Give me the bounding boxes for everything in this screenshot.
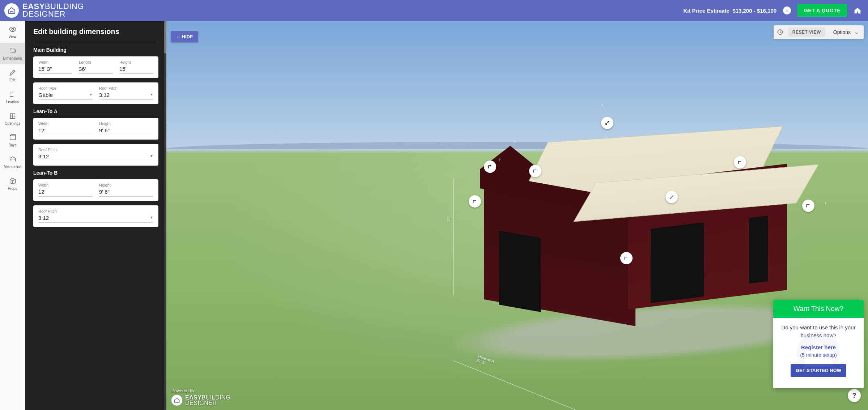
svg-point-0 <box>12 28 14 30</box>
drag-hint-icon: ˄ <box>601 104 604 110</box>
leanto-a-dims-card: Width 12' Height 9' 6" <box>33 118 158 140</box>
leanto-b-dims-card: Width 12' Height 9' 6" <box>33 179 158 201</box>
pencil-icon <box>9 69 17 77</box>
resize-handle-corner[interactable] <box>802 200 814 212</box>
main-area: View Dimensions Edit Leantos Openings Ba… <box>0 21 868 410</box>
section-main-building: Main Building <box>33 47 158 53</box>
rail-mezzanine[interactable]: Mezzanine <box>0 151 25 173</box>
mezzanine-icon <box>9 155 17 163</box>
rail-leantos[interactable]: Leantos <box>0 86 25 108</box>
bays-icon <box>9 134 17 142</box>
diagonal-arrow-icon <box>604 120 610 126</box>
diagonal-arrow-icon <box>668 194 675 200</box>
main-building-dims-card: Width 15' 3" Length 36' Height 15' <box>33 56 158 78</box>
watermark-icon <box>773 318 864 389</box>
leanto-a-height-field[interactable]: Height 9' 6" <box>99 121 153 135</box>
3d-viewport[interactable]: ← HIDE RESET VIEW Options 15' E <box>166 21 868 410</box>
corner-arrow-icon <box>532 168 539 174</box>
history-icon[interactable] <box>776 29 784 36</box>
rail-openings[interactable]: Openings <box>0 108 25 129</box>
cube-icon <box>9 177 17 185</box>
price-estimate: Kit Price Estimate $13,200 - $16,100 <box>683 8 776 14</box>
brand-logo-icon <box>171 395 182 406</box>
tool-rail: View Dimensions Edit Leantos Openings Ba… <box>0 21 25 410</box>
corner-arrow-icon <box>487 163 493 170</box>
resize-handle-corner[interactable] <box>529 165 541 177</box>
leanto-b-width-field[interactable]: Width 12' <box>38 183 93 197</box>
leanto-b-roof-card: Roof Pitch 3:12 <box>33 205 158 227</box>
svg-rect-3 <box>10 136 15 140</box>
resize-handle-diagonal[interactable] <box>601 117 613 129</box>
section-lean-to-a: Lean-To A <box>33 108 158 114</box>
leanto-icon <box>9 90 17 98</box>
promo-card: Want This Now? Do you want to use this i… <box>773 300 864 389</box>
section-lean-to-b: Lean-To B <box>33 170 158 176</box>
roof-pitch-select[interactable]: Roof Pitch 3:12 <box>99 86 153 100</box>
brand-logo-icon <box>4 3 19 18</box>
leanto-a-roof-card: Roof Pitch 3:12 <box>33 144 158 166</box>
options-dropdown[interactable]: Options <box>830 28 861 37</box>
rail-edit[interactable]: Edit <box>0 64 25 86</box>
height-dim-line <box>454 178 454 295</box>
rail-props[interactable]: Props <box>0 173 25 195</box>
eye-icon <box>9 25 17 33</box>
walk-door <box>749 216 768 283</box>
roof-type-select[interactable]: Roof Type Gable <box>38 86 93 100</box>
panel-title: Edit building dimensions <box>33 27 158 36</box>
garage-door-right <box>651 222 704 303</box>
main-building-roof-card: Roof Type Gable Roof Pitch 3:12 <box>33 82 158 104</box>
view-controls-bar: RESET VIEW Options <box>774 25 864 39</box>
corner-arrow-icon <box>623 255 630 261</box>
info-icon[interactable]: i <box>783 7 791 14</box>
leanto-b-pitch-select[interactable]: Roof Pitch 3:12 <box>38 209 153 223</box>
drag-hint-icon: › <box>499 156 501 162</box>
dimensions-icon <box>9 47 17 55</box>
drag-hint-icon: ‹ <box>514 138 516 144</box>
leanto-b-height-field[interactable]: Height 9' 6" <box>99 183 153 197</box>
powered-by: Powered by EASYBUILDINGDESIGNER <box>171 388 230 406</box>
main-height-field[interactable]: Height 15' <box>119 60 153 74</box>
window-icon <box>9 112 17 120</box>
corner-arrow-icon <box>472 198 478 205</box>
resize-handle-corner[interactable] <box>469 195 481 208</box>
brand-text: EASYBUILDING DESIGNER <box>22 3 84 18</box>
brand-logo: EASYBUILDING DESIGNER <box>4 3 84 18</box>
help-button[interactable]: ? <box>848 389 861 402</box>
garage-door-left <box>499 231 541 312</box>
home-icon[interactable] <box>854 7 861 14</box>
promo-title: Want This Now? <box>773 300 864 318</box>
divider <box>33 41 158 41</box>
rail-view[interactable]: View <box>0 21 25 43</box>
house-icon <box>7 6 16 15</box>
corner-arrow-icon <box>805 202 812 209</box>
leanto-a-width-field[interactable]: Width 12' <box>38 121 93 135</box>
edit-panel: Edit building dimensions Main Building W… <box>25 21 166 410</box>
rail-bays[interactable]: Bays <box>0 129 25 151</box>
leanto-a-pitch-select[interactable]: Roof Pitch 3:12 <box>38 148 153 161</box>
main-width-field[interactable]: Width 15' 3" <box>38 60 72 74</box>
corner-arrow-icon <box>737 159 743 166</box>
hide-panel-button[interactable]: ← HIDE <box>171 31 198 42</box>
app-header: EASYBUILDING DESIGNER Kit Price Estimate… <box>0 0 868 21</box>
main-length-field[interactable]: Length 36' <box>79 60 113 74</box>
reset-view-button[interactable]: RESET VIEW <box>788 27 825 37</box>
resize-handle-corner[interactable] <box>484 161 496 173</box>
get-quote-button[interactable]: GET A QUOTE <box>797 4 847 17</box>
svg-rect-1 <box>10 48 14 52</box>
rail-dimensions[interactable]: Dimensions <box>0 43 25 64</box>
drag-hint-icon: › <box>825 200 826 205</box>
resize-handle-diagonal[interactable] <box>665 191 678 203</box>
